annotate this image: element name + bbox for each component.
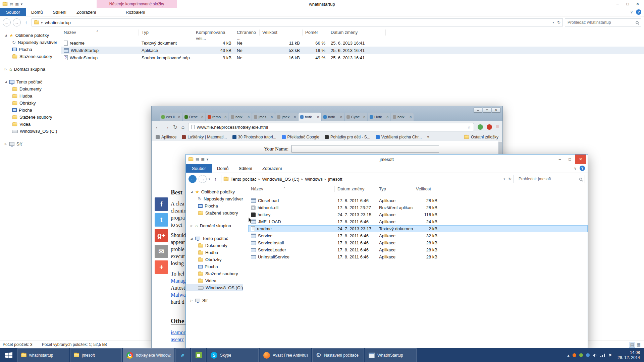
bookmark-item[interactable]: Aplikace bbox=[156, 135, 176, 139]
file-row[interactable]: Service 17. 8. 2011 6:46 Aplikace 32 kB bbox=[248, 232, 588, 239]
tab-close-icon[interactable]: ✕ bbox=[363, 115, 366, 119]
browser-tab[interactable]: eos li✕ bbox=[160, 113, 182, 121]
address-bar[interactable]: www.file.net/process/hotkey.exe.html ☆ bbox=[188, 123, 474, 131]
reload-button[interactable]: ↻ bbox=[173, 124, 177, 130]
help-icon[interactable]: ? bbox=[580, 166, 585, 171]
blue-tray-icon[interactable] bbox=[586, 353, 590, 357]
qat-properties-icon[interactable]: ▤ bbox=[196, 157, 199, 162]
browser-tab[interactable]: remo✕ bbox=[206, 113, 228, 121]
search-input[interactable] bbox=[568, 20, 634, 25]
googleplus-share-button[interactable]: g+ bbox=[155, 229, 168, 242]
expander-icon[interactable]: ▷ bbox=[4, 68, 7, 71]
maximize-button[interactable]: □ bbox=[483, 108, 491, 113]
qat-newfolder-icon[interactable]: ▦ bbox=[15, 2, 18, 6]
tab-close-icon[interactable]: ✕ bbox=[409, 115, 412, 119]
breadcrumb-item[interactable]: Tento počítač bbox=[231, 177, 257, 182]
extension-icon-green[interactable] bbox=[478, 124, 483, 130]
breadcrumb-item[interactable]: jmesoft bbox=[328, 177, 342, 182]
column-header-date[interactable]: Datum změny bbox=[335, 186, 376, 192]
sidebar-item-documents[interactable]: Dokumenty bbox=[0, 85, 60, 93]
breadcrumb-item[interactable]: Windows8_OS (C:) bbox=[262, 177, 299, 182]
sidebar-item-network[interactable]: ▷Síť bbox=[0, 140, 60, 147]
taskbar-button-whatinstartup[interactable]: whatinstartup bbox=[17, 348, 69, 362]
taskbar-button-chrome[interactable]: hotkey.exe Window... bbox=[123, 348, 174, 362]
file-row[interactable]: JME_LOAD 17. 8. 2011 6:46 Aplikace 24 kB bbox=[248, 218, 588, 225]
avast-tray-icon[interactable] bbox=[573, 353, 576, 357]
network-icon[interactable] bbox=[600, 353, 605, 357]
home-button[interactable]: ⌂ bbox=[181, 124, 184, 130]
browser-tab[interactable]: Hotk✕ bbox=[368, 113, 390, 121]
taskbar-button-internet-explorer[interactable]: e bbox=[175, 348, 190, 362]
column-header-name[interactable]: Název∧ bbox=[248, 186, 335, 192]
tab-soubor[interactable]: Soubor bbox=[0, 8, 26, 16]
column-header-type[interactable]: Typ bbox=[139, 29, 193, 36]
file-row-selected[interactable]: readme 24. 7. 2013 23:17 Textový dokumen… bbox=[248, 225, 588, 232]
start-button[interactable] bbox=[0, 348, 17, 362]
sidebar-item-downloads[interactable]: Stažené soubory bbox=[186, 209, 243, 217]
minimize-button[interactable]: – bbox=[612, 0, 623, 8]
file-row[interactable]: hotkey 24. 7. 2013 23:15 Aplikace 116 kB bbox=[248, 211, 588, 218]
browser-tab-active[interactable]: hotk✕ bbox=[299, 113, 321, 121]
chrome-menu-icon[interactable]: ≡ bbox=[496, 124, 499, 130]
bookmark-item[interactable]: 30 Photoshop tutori... bbox=[232, 135, 276, 139]
back-button[interactable]: ← bbox=[3, 18, 11, 26]
thumbnails-view-button[interactable]: ▦ bbox=[637, 342, 641, 348]
tab-close-icon[interactable]: ✕ bbox=[178, 115, 180, 119]
address-dropdown-icon[interactable]: ▾ bbox=[552, 21, 554, 24]
column-header-date[interactable]: Datum změny bbox=[328, 29, 386, 36]
sidebar-item-homegroup[interactable]: ▷⌂Domácí skupina bbox=[186, 222, 243, 229]
refresh-icon[interactable]: ↻ bbox=[508, 177, 512, 181]
column-header-size[interactable]: Velikost bbox=[413, 186, 440, 192]
bookmarks-overflow-chevron[interactable]: » bbox=[427, 135, 429, 139]
expander-icon[interactable]: ▷ bbox=[4, 142, 7, 145]
breadcrumb[interactable]: Tento počítač ▸ Windows8_OS (C:) ▸ Windo… bbox=[221, 175, 514, 183]
browser-tab[interactable]: jmes✕ bbox=[252, 113, 275, 121]
file-row[interactable]: readme Textový dokument 4 kB Ne 11 kB 66… bbox=[61, 39, 644, 47]
action-center-flag-icon[interactable]: ⚑ bbox=[608, 353, 612, 357]
speaker-icon[interactable] bbox=[593, 353, 597, 357]
sidebar-item-desktop[interactable]: Plocha bbox=[0, 46, 60, 53]
tab-close-icon[interactable]: ✕ bbox=[293, 115, 296, 119]
email-share-button[interactable]: ✉ bbox=[155, 245, 168, 258]
refresh-icon[interactable]: ↻ bbox=[557, 20, 560, 25]
up-button[interactable]: ↑ bbox=[212, 176, 219, 182]
column-header-ratio[interactable]: Poměr bbox=[303, 29, 328, 36]
expander-icon[interactable]: ◢ bbox=[190, 190, 193, 193]
tab-sdileni[interactable]: Sdílení bbox=[48, 8, 71, 16]
browser-tab[interactable]: hotk✕ bbox=[322, 113, 344, 121]
breadcrumb-item[interactable]: Windows bbox=[305, 177, 323, 182]
back-button[interactable]: ← bbox=[189, 175, 197, 183]
sidebar-item-recent[interactable]: ↻Naposledy navštíver bbox=[186, 195, 243, 202]
back-button[interactable]: ← bbox=[155, 124, 160, 130]
sidebar-item-drive-c[interactable]: Windows8_OS (C:) bbox=[186, 284, 243, 291]
minimize-button[interactable]: – bbox=[474, 108, 482, 113]
twitter-share-button[interactable]: t bbox=[155, 213, 168, 227]
expander-icon[interactable]: ◢ bbox=[4, 34, 7, 37]
help-icon[interactable]: ? bbox=[636, 9, 641, 15]
tab-zobrazeni[interactable]: Zobrazení bbox=[71, 8, 101, 16]
forward-button[interactable]: → bbox=[199, 175, 207, 183]
extension-icon-red[interactable] bbox=[487, 124, 492, 130]
sidebar-item-downloads2[interactable]: Stažené soubory bbox=[0, 114, 60, 121]
tab-close-icon[interactable]: ✕ bbox=[247, 115, 250, 119]
tab-close-icon[interactable]: ✕ bbox=[224, 115, 227, 119]
sidebar-item-desktop2[interactable]: Plocha bbox=[186, 263, 243, 270]
sidebar-item-homegroup[interactable]: ▷⌂Domácí skupina bbox=[0, 66, 60, 73]
history-dropdown-icon[interactable]: ▾ bbox=[209, 177, 210, 181]
breadcrumb-item[interactable]: whatinstartup bbox=[45, 20, 71, 25]
sidebar-item-downloads[interactable]: Stažené soubory bbox=[0, 53, 60, 60]
file-row[interactable]: ServiceLoader 17. 8. 2011 6:46 Aplikace … bbox=[248, 246, 588, 253]
close-button[interactable]: ✕ bbox=[492, 108, 500, 113]
sidebar-item-this-pc[interactable]: ◢Tento počítač bbox=[0, 78, 60, 85]
sidebar-item-videos[interactable]: Videa bbox=[0, 121, 60, 128]
qat-properties-icon[interactable]: ▤ bbox=[10, 2, 13, 6]
sidebar-item-music[interactable]: Hudba bbox=[0, 93, 60, 100]
your-name-input[interactable] bbox=[291, 145, 439, 153]
sidebar-item-desktop[interactable]: Plocha bbox=[186, 202, 243, 209]
sidebar-item-drive-c[interactable]: Windows8_OS (C:) bbox=[0, 128, 60, 135]
up-button[interactable]: ↑ bbox=[23, 20, 30, 25]
hidden-icons-chevron-icon[interactable]: ▴ bbox=[567, 353, 569, 357]
tab-soubor[interactable]: Soubor bbox=[186, 164, 212, 173]
forward-button[interactable]: → bbox=[164, 124, 169, 130]
bookmark-item[interactable]: Luštěnky | Matemati... bbox=[182, 135, 227, 139]
